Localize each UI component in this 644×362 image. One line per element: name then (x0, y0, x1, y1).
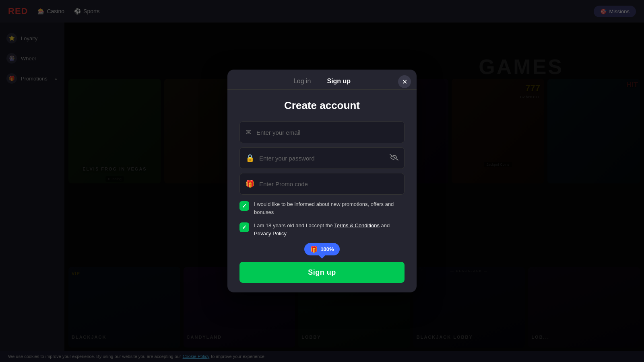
bonus-pill: 🎁 100% (304, 243, 339, 255)
checkbox-promotions[interactable]: ✓ (239, 201, 249, 211)
signup-button[interactable]: Sign up (239, 262, 405, 283)
promo-input[interactable] (259, 181, 398, 187)
email-input[interactable] (256, 129, 398, 136)
password-input[interactable] (259, 155, 385, 162)
bonus-percent: 100% (320, 246, 334, 252)
modal-tabs: Log in Sign up ✕ (227, 70, 417, 90)
promo-icon: 🎁 (246, 179, 254, 188)
password-toggle-icon[interactable] (390, 154, 398, 162)
modal-close-button[interactable]: ✕ (398, 75, 411, 88)
lock-icon: 🔒 (246, 154, 254, 162)
privacy-link[interactable]: Privacy Policy (254, 230, 287, 237)
checkbox-promotions-label: I would like to be informed about new pr… (254, 200, 405, 216)
bonus-badge-container: 🎁 100% (239, 243, 405, 255)
modal-body: Create account ✉ 🔒 (227, 90, 417, 283)
bonus-gift-icon: 🎁 (310, 245, 318, 253)
bonus-arrow (319, 255, 325, 259)
email-input-group: ✉ (239, 121, 405, 143)
checkmark-2: ✓ (242, 224, 247, 230)
modal-backdrop: Log in Sign up ✕ Create account ✉ 🔒 (0, 0, 644, 362)
checkbox-promotions-row: ✓ I would like to be informed about new … (239, 200, 405, 216)
password-input-group: 🔒 (239, 147, 405, 169)
modal-title: Create account (239, 99, 405, 112)
checkbox-terms-label: I am 18 years old and I accept the Terms… (254, 222, 405, 237)
checkbox-terms[interactable]: ✓ (239, 222, 249, 232)
tab-underline (227, 89, 417, 90)
checkmark-1: ✓ (242, 203, 247, 209)
terms-link[interactable]: Terms & Conditions (334, 222, 380, 228)
tab-signup[interactable]: Sign up (327, 78, 351, 90)
tab-login[interactable]: Log in (293, 78, 311, 90)
promo-input-group: 🎁 (239, 173, 405, 195)
signup-modal: Log in Sign up ✕ Create account ✉ 🔒 (227, 70, 417, 292)
email-icon: ✉ (246, 128, 252, 137)
checkbox-terms-row: ✓ I am 18 years old and I accept the Ter… (239, 222, 405, 237)
